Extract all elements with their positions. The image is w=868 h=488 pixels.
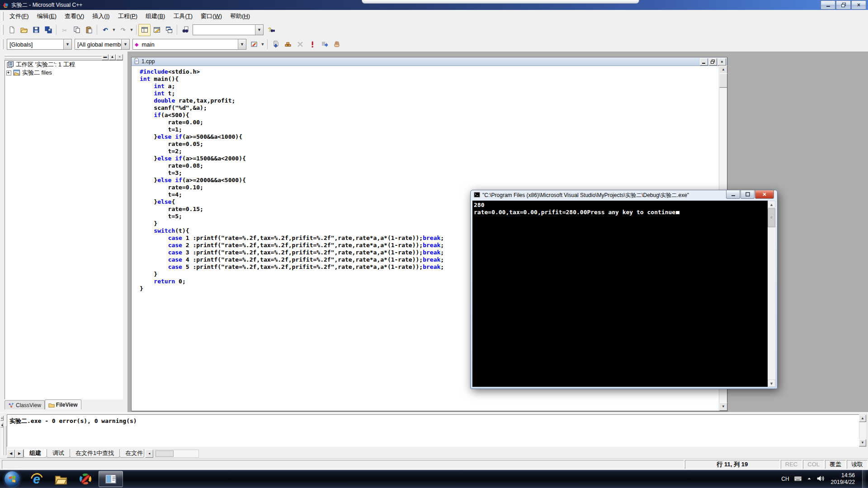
- panel-close-button[interactable]: ×: [116, 54, 123, 60]
- menu-item[interactable]: 组建(B): [142, 10, 169, 22]
- members-combo[interactable]: [All global members ▼: [75, 39, 130, 50]
- undo-button[interactable]: ↶: [99, 24, 111, 36]
- panel-tab-fileview[interactable]: FileView: [45, 399, 81, 409]
- cascade-windows-button[interactable]: [163, 24, 175, 36]
- output-tab[interactable]: 在文件: [119, 449, 144, 458]
- cut-button[interactable]: ✂: [58, 24, 71, 36]
- menu-item[interactable]: 查看(V): [61, 10, 88, 22]
- panel-menu-button[interactable]: ▬: [102, 54, 108, 60]
- console-window[interactable]: "C:\Program Files (x86)\Microsoft Visual…: [470, 190, 778, 389]
- console-close-button[interactable]: ✕: [755, 190, 774, 199]
- chevron-down-icon[interactable]: ▼: [238, 39, 246, 49]
- language-indicator[interactable]: CH: [781, 476, 789, 482]
- chevron-down-icon[interactable]: ▼: [63, 39, 71, 49]
- chevron-down-icon[interactable]: ▼: [129, 24, 134, 36]
- chevron-down-icon[interactable]: ▼: [111, 24, 117, 36]
- compile-button[interactable]: [269, 38, 282, 51]
- hscrollbar-track[interactable]: [155, 450, 199, 458]
- menu-item[interactable]: 插入(I): [88, 10, 113, 22]
- menu-item[interactable]: 帮助(H): [226, 10, 254, 22]
- restore-button[interactable]: [836, 0, 851, 9]
- save-all-button[interactable]: [42, 24, 54, 36]
- panel-gripper[interactable]: [4, 426, 6, 455]
- output-toggle-button[interactable]: [151, 24, 163, 36]
- function-combo[interactable]: ◆ main ▼: [132, 39, 246, 50]
- output-vscrollbar[interactable]: ▲ ▼: [859, 414, 867, 447]
- chevron-down-icon[interactable]: ▼: [121, 39, 129, 49]
- tree-item-workspace-root[interactable]: 工作区 '实验二': 1 工程: [5, 61, 123, 69]
- output-tab[interactable]: 调试: [47, 449, 70, 458]
- open-folder-button[interactable]: [18, 24, 30, 36]
- keyboard-tray-button[interactable]: [794, 474, 802, 484]
- scroll-down-icon[interactable]: ▼: [768, 380, 775, 387]
- ie-button[interactable]: e: [24, 470, 49, 488]
- toolbar-gripper[interactable]: [1, 12, 4, 21]
- doc-minimize-button[interactable]: [700, 58, 708, 66]
- doc-close-button[interactable]: ×: [718, 58, 726, 66]
- console-vscrollbar[interactable]: ▲ ≡ ▼: [768, 201, 775, 387]
- output-content[interactable]: 实验二.exe - 0 error(s), 0 warning(s): [7, 414, 859, 447]
- volume-tray-button[interactable]: [816, 474, 825, 484]
- console-maximize-button[interactable]: [741, 190, 755, 199]
- class-combo[interactable]: [Globals] ▼: [7, 39, 72, 50]
- hscrollbar-thumb[interactable]: [156, 450, 174, 457]
- msvc-taskbar-button[interactable]: [73, 470, 98, 488]
- menu-item[interactable]: 文件(F): [5, 10, 33, 22]
- tab-scroll-left-icon[interactable]: ◀: [7, 450, 15, 458]
- menu-item[interactable]: 窗口(W): [197, 10, 226, 22]
- explorer-button[interactable]: [49, 470, 73, 488]
- build-button[interactable]: [282, 38, 294, 51]
- scroll-up-icon[interactable]: ▲: [719, 66, 727, 74]
- copy-button[interactable]: [71, 24, 83, 36]
- scroll-down-icon[interactable]: ▼: [719, 403, 727, 411]
- editor-titlebar[interactable]: 1.cpp ×: [132, 57, 727, 66]
- show-desktop-button[interactable]: [862, 470, 866, 488]
- menu-item[interactable]: 编辑(E): [33, 10, 61, 22]
- workspace-toggle-button[interactable]: [138, 24, 151, 36]
- go-button[interactable]: [318, 38, 330, 51]
- scrollbar-thumb[interactable]: [719, 73, 727, 88]
- tree-item-project[interactable]: 实验二 files: [5, 69, 123, 77]
- scrollbar-thumb[interactable]: ≡: [768, 208, 775, 227]
- new-file-button[interactable]: [5, 24, 18, 36]
- breakpoint-button[interactable]: [330, 38, 343, 51]
- toolbar-gripper[interactable]: [1, 39, 4, 49]
- help-search-button[interactable]: ?: [265, 24, 277, 36]
- scroll-down-icon[interactable]: ▼: [859, 439, 866, 446]
- start-orb-button[interactable]: [0, 470, 24, 488]
- find-combo[interactable]: ▼: [193, 24, 264, 35]
- tray-expand-tray-button[interactable]: [807, 476, 812, 483]
- output-tab[interactable]: 组建: [24, 449, 47, 458]
- console-output[interactable]: 280rate=0.00,tax=0.00,prifit=280.00Press…: [472, 201, 775, 387]
- hscroll-left-icon[interactable]: ◂: [145, 450, 153, 458]
- panel-gripper[interactable]: ▬ ▲ ×: [5, 54, 123, 60]
- output-close-button[interactable]: ×: [0, 416, 4, 421]
- close-button[interactable]: ×: [851, 0, 866, 9]
- chevron-down-icon[interactable]: ▼: [260, 39, 265, 50]
- save-button[interactable]: [30, 24, 42, 36]
- minimize-button[interactable]: [821, 0, 835, 9]
- active-app-button[interactable]: [99, 471, 123, 487]
- code-editor[interactable]: #include<stdio.h>int main(){ int a; int …: [140, 68, 444, 292]
- stop-build-button[interactable]: [294, 38, 306, 51]
- toolbar-gripper[interactable]: [1, 25, 4, 35]
- find-in-files-button[interactable]: [179, 24, 191, 36]
- menu-item[interactable]: 工具(T): [169, 10, 197, 22]
- tab-scroll-right-icon[interactable]: ▶: [15, 450, 24, 458]
- panel-pin-button[interactable]: ▲: [109, 54, 116, 60]
- doc-restore-button[interactable]: [709, 58, 717, 66]
- console-minimize-button[interactable]: [726, 190, 740, 199]
- scroll-up-icon[interactable]: ▲: [859, 415, 866, 422]
- taskbar-clock[interactable]: 14:56 2019/4/22: [831, 472, 855, 486]
- tree-expand-icon[interactable]: [6, 70, 11, 75]
- scroll-up-icon[interactable]: ▲: [768, 201, 775, 208]
- redo-button[interactable]: ↷: [117, 24, 129, 36]
- execute-button[interactable]: [306, 38, 318, 51]
- output-tab[interactable]: 在文件1中查找: [70, 449, 120, 458]
- wizard-action-button[interactable]: [248, 38, 260, 51]
- chevron-down-icon[interactable]: ▼: [255, 25, 263, 35]
- menu-item[interactable]: 工程(P): [114, 10, 142, 22]
- console-titlebar[interactable]: "C:\Program Files (x86)\Microsoft Visual…: [471, 190, 777, 201]
- paste-button[interactable]: [83, 24, 95, 36]
- panel-tab-classview[interactable]: ClassView: [5, 400, 45, 409]
